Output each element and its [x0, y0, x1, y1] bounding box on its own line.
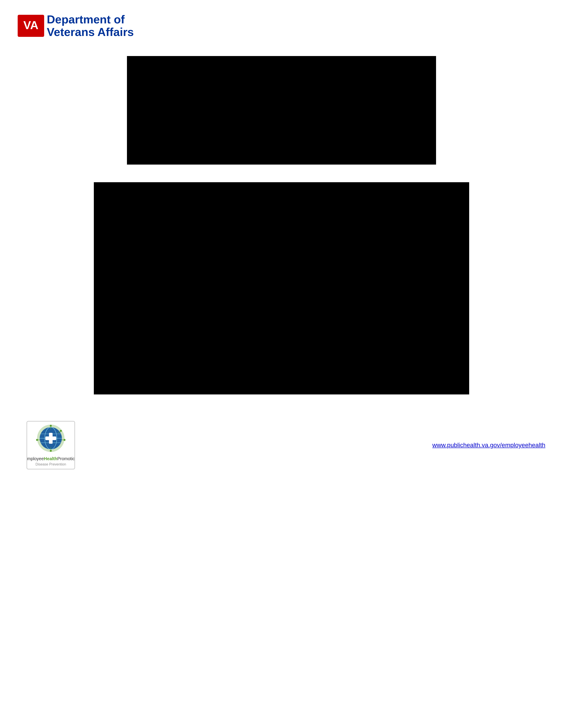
table-cell: [230, 273, 264, 297]
table-cell: [333, 200, 367, 224]
table-cell: [401, 297, 435, 321]
main-section: [94, 182, 469, 394]
table-cell: [162, 249, 196, 273]
table-row: [94, 200, 469, 224]
table-cell: [196, 249, 230, 273]
table-cell: [128, 297, 162, 321]
ehp-globe-svg: [33, 424, 68, 456]
table-row: [94, 224, 469, 249]
table-cell: [435, 249, 469, 273]
dept-line2: Veterans Affairs: [47, 26, 134, 38]
table-row: [127, 94, 436, 111]
ehp-promotion: Promotion: [57, 456, 75, 461]
table-cell-right: [359, 129, 436, 147]
table-header-cell: [94, 182, 469, 200]
svg-text:VA: VA: [23, 19, 38, 32]
svg-point-10: [50, 425, 52, 427]
table-cell: [435, 224, 469, 249]
ehp-health: Health: [44, 456, 57, 461]
ehp-disease: Disease Prevention: [36, 462, 66, 466]
table-cell: [333, 321, 367, 346]
table-cell: [94, 249, 128, 273]
table-cell: [230, 321, 264, 346]
svg-rect-9: [45, 437, 56, 440]
table-cell: [264, 321, 299, 346]
table-row: [127, 76, 436, 94]
table-cell: [264, 297, 299, 321]
table-cell: [264, 346, 299, 370]
ehp-logo: EmployeeHealthPromotion Disease Preventi…: [26, 421, 75, 469]
main-table: [94, 182, 469, 394]
table-cell: [264, 224, 299, 249]
table-cell: [299, 273, 333, 297]
table-cell: [299, 321, 333, 346]
svg-point-12: [63, 439, 65, 441]
table-cell: [196, 224, 230, 249]
table-cell: [401, 370, 435, 394]
table-cell: [196, 200, 230, 224]
table-cell: [299, 249, 333, 273]
dept-line1: Department of: [47, 13, 134, 26]
table-cell: [367, 249, 401, 273]
table-cell: [196, 273, 230, 297]
table-cell: [401, 224, 435, 249]
table-cell: [162, 273, 196, 297]
table-cell: [230, 346, 264, 370]
table-cell: [333, 370, 367, 394]
table-cell: [94, 224, 128, 249]
table-cell: [162, 370, 196, 394]
table-cell-left: [127, 147, 359, 164]
table-cell: [435, 200, 469, 224]
table-row: [94, 273, 469, 297]
table-cell: [299, 297, 333, 321]
va-logo-icon: VA: [18, 15, 44, 37]
table-cell: [128, 200, 162, 224]
table-cell-full: [127, 111, 436, 129]
table-cell: [435, 370, 469, 394]
table-row: [94, 346, 469, 370]
table-cell: [94, 273, 128, 297]
ehp-logo-container: EmployeeHealthPromotion Disease Preventi…: [18, 421, 84, 469]
table-cell: [128, 370, 162, 394]
table-cell-full: [127, 56, 436, 76]
table-row: [94, 249, 469, 273]
ehp-logo-inner: EmployeeHealthPromotion Disease Preventi…: [27, 422, 74, 469]
table-cell: [264, 370, 299, 394]
table-cell: [162, 346, 196, 370]
website-link[interactable]: www.publichealth.va.gov/employeehealth: [432, 442, 545, 449]
table-cell: [230, 249, 264, 273]
table-cell: [333, 249, 367, 273]
table-row: [94, 182, 469, 200]
table-cell: [162, 321, 196, 346]
table-cell: [264, 200, 299, 224]
table-cell: [333, 297, 367, 321]
table-cell: [162, 224, 196, 249]
table-cell: [230, 297, 264, 321]
table-cell: [367, 346, 401, 370]
svg-point-14: [36, 439, 38, 441]
table-cell-right: [359, 94, 436, 111]
table-cell-right: [359, 147, 436, 164]
table-cell: [367, 297, 401, 321]
table-cell-left: [127, 129, 359, 147]
table-cell: [367, 273, 401, 297]
va-logo-text: Department of Veterans Affairs: [47, 13, 134, 38]
table-cell: [196, 370, 230, 394]
table-cell: [128, 249, 162, 273]
table-cell: [128, 321, 162, 346]
table-row: [94, 297, 469, 321]
svg-point-13: [50, 450, 52, 452]
table-cell: [435, 273, 469, 297]
table-cell: [367, 200, 401, 224]
table-cell: [435, 321, 469, 346]
table-cell: [367, 321, 401, 346]
table-cell-right: [359, 76, 436, 94]
table-cell: [401, 321, 435, 346]
table-cell: [333, 273, 367, 297]
table-row: [127, 129, 436, 147]
table-cell: [94, 297, 128, 321]
table-cell: [401, 249, 435, 273]
table-cell-left: [127, 94, 359, 111]
table-cell: [94, 346, 128, 370]
table-cell: [94, 321, 128, 346]
